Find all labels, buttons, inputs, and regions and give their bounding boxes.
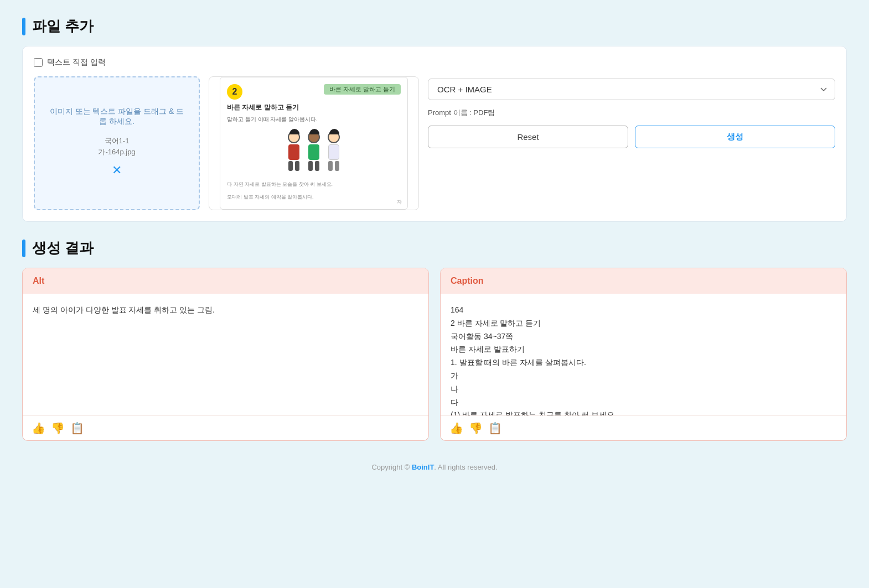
head-2 [308, 131, 320, 143]
caption-thumbdown-icon[interactable]: 👎 [469, 422, 483, 435]
drop-hint: 이미지 또는 텍스트 파일을 드래그 & 드롭 하세요. [46, 107, 188, 127]
caption-card: Caption 164 2 바른 자세로 말하고 듣기 국어활동 34~37쪽 … [440, 268, 847, 441]
book-subtitle: 말하고 들기 이때 자세를 알아봅시다. [227, 116, 401, 123]
reset-button[interactable]: Reset [428, 126, 628, 148]
leg-r-1 [295, 161, 299, 171]
figure-1 [288, 131, 300, 171]
head-1 [288, 131, 300, 143]
book-title: 바른 자세로 말하고 듣기 [227, 103, 401, 112]
leg-l-1 [288, 161, 293, 171]
leg-r-2 [315, 161, 319, 171]
alt-footer: 👍 👎 📋 [23, 415, 428, 440]
file-name-line2: 가-164p.jpg [98, 147, 135, 158]
book-caption1: 다 자연 자세로 발표하는 모습을 찾아 써 보세요. [227, 181, 401, 188]
caption-footer: 👍 👎 📋 [441, 415, 846, 440]
page-footer: Copyright © BoinIT. All rights reserved. [22, 463, 847, 471]
book-header: 2 바른 자세로 말하고 듣기 [227, 84, 401, 100]
result-section: 생성 결과 Alt 세 명의 아이가 다양한 발표 자세를 취하고 있는 그림.… [22, 238, 847, 441]
image-preview: 2 바른 자세로 말하고 듣기 바른 자세로 말하고 듣기 말하고 들기 이때 … [209, 76, 419, 210]
caption-thumbup-icon[interactable]: 👍 [449, 422, 463, 435]
alt-thumbup-icon[interactable]: 👍 [32, 422, 45, 435]
alt-clipboard-icon[interactable]: 📋 [70, 422, 84, 435]
action-buttons: Reset 생성 [428, 126, 835, 148]
book-number: 2 [227, 84, 242, 100]
text-direct-label[interactable]: 텍스트 직접 입력 [34, 58, 835, 67]
drop-zone[interactable]: 이미지 또는 텍스트 파일을 드래그 & 드롭 하세요. 국어1-1 가-164… [34, 76, 200, 210]
book-caption2: 모대에 발표 자세의 예약을 알아봅시다. [227, 194, 401, 201]
file-add-section: 텍스트 직접 입력 이미지 또는 텍스트 파일을 드래그 & 드롭 하세요. 국… [22, 46, 847, 222]
file-delete-button[interactable]: ✕ [98, 160, 135, 180]
caption-body: 164 2 바른 자세로 말하고 듣기 국어활동 34~37쪽 바른 자세로 발… [441, 294, 846, 415]
leg-r-3 [335, 161, 339, 171]
book-page-num: 자 [397, 199, 402, 206]
legs-2 [308, 161, 319, 171]
book-figures [227, 127, 401, 175]
text-direct-checkbox[interactable] [34, 58, 43, 67]
legs-3 [328, 161, 339, 171]
alt-body: 세 명의 아이가 다양한 발표 자세를 취하고 있는 그림. [23, 294, 428, 415]
file-name-line1: 국어1-1 [98, 136, 135, 147]
footer-text: Copyright © [371, 463, 411, 471]
footer-brand[interactable]: BoinIT [412, 463, 434, 471]
body-2 [308, 144, 319, 160]
leg-l-3 [328, 161, 333, 171]
file-content-row: 이미지 또는 텍스트 파일을 드래그 & 드롭 하세요. 국어1-1 가-164… [34, 76, 835, 210]
options-panel: OCR + IMAGE IMAGE ONLY OCR ONLY Prompt 이… [428, 76, 835, 210]
mode-dropdown[interactable]: OCR + IMAGE IMAGE ONLY OCR ONLY [428, 79, 835, 100]
caption-header: Caption [441, 268, 846, 294]
caption-clipboard-icon[interactable]: 📋 [488, 422, 502, 435]
alt-header: Alt [23, 268, 428, 294]
generate-button[interactable]: 생성 [635, 126, 835, 148]
alt-card: Alt 세 명의 아이가 다양한 발표 자세를 취하고 있는 그림. 👍 👎 📋 [22, 268, 429, 441]
result-title: 생성 결과 [22, 238, 847, 258]
book-page-illustration: 2 바른 자세로 말하고 듣기 바른 자세로 말하고 듣기 말하고 들기 이때 … [220, 77, 408, 210]
footer-suffix: . All rights reserved. [434, 463, 497, 471]
file-info: 국어1-1 가-164p.jpg ✕ [98, 136, 135, 180]
alt-thumbdown-icon[interactable]: 👎 [51, 422, 65, 435]
text-direct-text: 텍스트 직접 입력 [47, 58, 106, 67]
book-top-label: 바른 자세로 말하고 듣기 [324, 84, 401, 95]
head-3 [328, 131, 340, 143]
page-title: 파일 추가 [22, 17, 847, 36]
figure-3 [328, 131, 340, 171]
body-1 [288, 144, 299, 160]
leg-l-2 [308, 161, 313, 171]
legs-1 [288, 161, 299, 171]
body-3 [328, 144, 339, 160]
result-cards: Alt 세 명의 아이가 다양한 발표 자세를 취하고 있는 그림. 👍 👎 📋… [22, 268, 847, 441]
figure-2 [308, 131, 320, 171]
prompt-label: Prompt 이름 : PDF팀 [428, 108, 835, 118]
